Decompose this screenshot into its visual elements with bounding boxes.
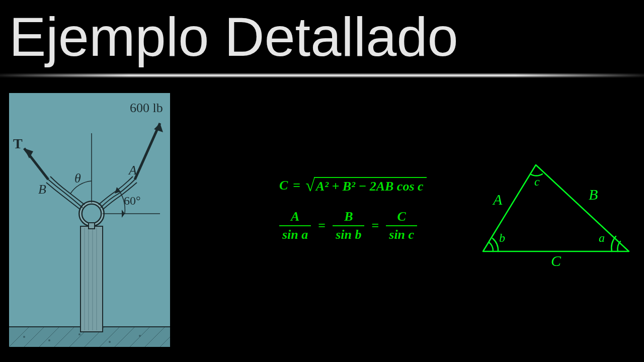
law-of-cosines: C = √ A² + B² − 2AB cos c [279, 176, 427, 195]
svg-point-14 [78, 333, 80, 335]
problem-figure: 600 lb T A B θ 60° [9, 93, 170, 347]
content-area: 600 lb T A B θ 60° C = √ A² + B² − 2AB c… [0, 78, 644, 362]
force-label: 600 lb [130, 101, 163, 115]
eq1: = [318, 218, 326, 233]
svg-point-16 [139, 335, 141, 337]
theta-label: θ [74, 171, 81, 186]
svg-point-12 [23, 336, 25, 338]
title-divider [0, 73, 644, 78]
triangle-sketch: A B C a b c [478, 156, 634, 266]
side-A-label: A [493, 191, 502, 208]
side-B-label: B [589, 186, 598, 203]
rope-a-label: A [128, 163, 137, 177]
svg-line-26 [135, 123, 160, 179]
cos-rhs: A² + B² − 2AB cos c [314, 177, 427, 194]
angle-a-label: a [599, 231, 605, 245]
rope-b-label: B [38, 182, 46, 197]
den-c: sin c [386, 225, 417, 242]
cos-lhs: C [279, 178, 288, 193]
svg-point-24 [80, 203, 103, 225]
svg-marker-33 [122, 210, 125, 218]
side-C-label: C [551, 252, 561, 269]
tension-label: T [13, 136, 23, 151]
frac-B: B sin b [333, 209, 364, 242]
triangle-svg [478, 156, 634, 266]
num-C: C [394, 209, 409, 225]
angle-60-label: 60° [124, 194, 141, 207]
sqrt-wrap: √ A² + B² − 2AB cos c [305, 176, 426, 195]
den-b: sin b [333, 225, 364, 242]
title-bar: Ejemplo Detallado [0, 0, 644, 73]
num-A: A [288, 209, 302, 225]
eq2: = [371, 218, 379, 233]
svg-point-13 [48, 339, 50, 341]
angle-c-label: c [534, 175, 540, 189]
frac-C: C sin c [386, 209, 417, 242]
page-title: Ejemplo Detallado [9, 9, 458, 64]
num-B: B [341, 209, 356, 225]
law-of-sines: A sin a = B sin b = C sin c [279, 209, 427, 242]
frac-A: A sin a [279, 209, 311, 242]
svg-point-15 [109, 341, 111, 343]
svg-rect-18 [80, 226, 103, 332]
svg-rect-25 [89, 223, 95, 229]
formulas-block: C = √ A² + B² − 2AB cos c A sin a = B si… [279, 176, 427, 242]
angle-b-label: b [499, 231, 505, 245]
den-a: sin a [279, 225, 311, 242]
cos-eq: = [293, 178, 300, 193]
figure-svg: 600 lb T A B θ 60° [9, 93, 170, 347]
